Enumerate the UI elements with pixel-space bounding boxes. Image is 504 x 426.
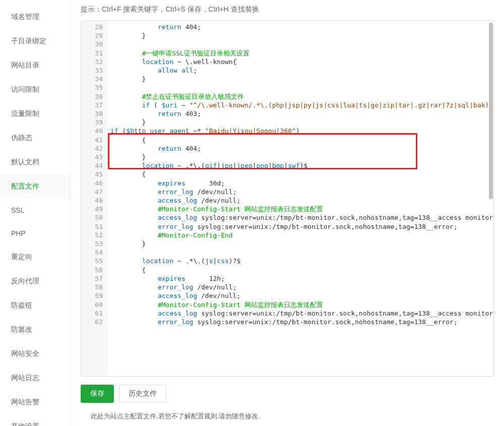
sidebar-item-12[interactable]: 防盗链 [0,293,70,318]
code-line[interactable]: #Monitor-Config-End [110,231,490,239]
code-line[interactable]: } [110,118,490,127]
code-line[interactable] [110,83,490,92]
line-gutter: 2829303132333435363738394041424344454647… [81,21,107,376]
line-number: 47 [81,188,103,196]
sidebar-item-1[interactable]: 子目录绑定 [0,29,70,53]
line-number: 31 [81,49,103,57]
line-number: 32 [81,57,103,66]
code-line[interactable]: return 404; [110,144,490,153]
sidebar-item-13[interactable]: 防篡改 [0,318,70,342]
main-panel: 提示：Ctrl+F 搜索关键字，Ctrl+S 保存，Ctrl+H 查找替换 28… [71,0,504,426]
line-number: 45 [81,170,103,178]
line-number: 30 [81,40,103,48]
line-number: 51 [81,222,103,231]
code-line[interactable]: expires 30d; [110,179,490,188]
code-line[interactable]: access_log syslog:server=unix:/tmp/bt-mo… [110,213,490,222]
code-line[interactable]: { [110,266,490,274]
line-number: 60 [81,300,103,309]
code-line[interactable]: { [110,170,490,178]
line-number: 61 [81,309,103,318]
line-number: 50 [81,213,103,222]
editor[interactable]: 2829303132333435363738394041424344454647… [81,20,494,377]
sidebar-item-15[interactable]: 网站日志 [0,366,70,390]
code-line[interactable]: expires 12h; [110,274,490,283]
code-line[interactable]: access_log /dev/null; [110,291,490,300]
code-line[interactable]: return 404; [110,23,490,31]
sidebar: 域名管理子目录绑定网站目录访问限制流量限制伪静态默认文档配置文件SSLPHP重定… [0,0,71,426]
line-number: 62 [81,318,103,326]
line-number: 39 [81,118,103,127]
sidebar-item-3[interactable]: 访问限制 [0,78,70,102]
editor-scrollbar[interactable] [488,21,493,376]
line-number: 33 [81,66,103,75]
sidebar-item-6[interactable]: 默认文档 [0,150,70,174]
line-number: 59 [81,291,103,300]
code-line[interactable]: #Monitor-Config-Start 网站监控报表日志发送配置 [110,300,490,309]
sidebar-item-5[interactable]: 伪静态 [0,126,70,150]
code-line[interactable]: if ($http_user_agent ~* "Baidu|Yisou|Sog… [110,127,490,135]
line-number: 48 [81,196,103,205]
code-line[interactable]: if ( $uri ~ "^/\.well-known/.*\.(php|jsp… [110,101,490,109]
code-line[interactable]: access_log /dev/null; [110,196,490,205]
sidebar-item-17[interactable]: 其他设置 [0,414,70,426]
line-number: 46 [81,179,103,188]
code-line[interactable]: } [110,31,490,40]
code-line[interactable]: error_log /dev/null; [110,188,490,196]
scrollbar-thumb[interactable] [489,23,493,199]
line-number: 38 [81,109,103,118]
line-number: 58 [81,283,103,291]
line-number: 49 [81,205,103,213]
line-number: 43 [81,153,103,161]
code-line[interactable]: location ~ .*\.(gif|jpg|jpeg|png|bmp|swf… [110,161,490,170]
line-number: 36 [81,92,103,101]
app-container: 域名管理子目录绑定网站目录访问限制流量限制伪静态默认文档配置文件SSLPHP重定… [0,0,504,426]
history-button[interactable]: 历史文件 [119,385,166,403]
sidebar-item-7[interactable]: 配置文件 [0,174,70,199]
line-number: 56 [81,266,103,274]
line-number: 29 [81,31,103,40]
code-line[interactable]: location ~ \.well-known{ [110,57,490,66]
code-line[interactable]: location ~ .*\.(js|css)?$ [110,257,490,265]
sidebar-item-4[interactable]: 流量限制 [0,102,70,126]
bottom-note: 此处为站点主配置文件,若您不了解配置规则,请勿随意修改. [81,412,494,421]
sidebar-item-0[interactable]: 域名管理 [0,5,70,29]
button-row: 保存 历史文件 [81,385,494,403]
code-line[interactable]: #禁止在证书验证目录放入敏感文件 [110,92,490,101]
code-line[interactable]: #Monitor-Config-Start 网站监控报表日志发送配置 [110,205,490,213]
code-line[interactable] [110,248,490,257]
code-line[interactable]: } [110,153,490,161]
code-line[interactable]: #一键申请SSL证书验证目录相关设置 [110,49,490,57]
line-number: 28 [81,23,103,31]
line-number: 57 [81,274,103,283]
save-button[interactable]: 保存 [81,385,114,403]
sidebar-item-14[interactable]: 网站安全 [0,342,70,366]
line-number: 44 [81,161,103,170]
sidebar-item-11[interactable]: 反向代理 [0,269,70,293]
sidebar-item-9[interactable]: PHP [0,222,70,245]
code-line[interactable] [110,40,490,48]
line-number: 42 [81,144,103,153]
line-number: 41 [81,136,103,144]
code-line[interactable]: return 403; [110,109,490,118]
code-line[interactable]: } [110,239,490,248]
line-number: 52 [81,231,103,239]
code-line[interactable]: { [110,136,490,144]
code-area[interactable]: return 404; } #一键申请SSL证书验证目录相关设置 locatio… [107,21,493,376]
editor-tip: 提示：Ctrl+F 搜索关键字，Ctrl+S 保存，Ctrl+H 查找替换 [81,5,494,14]
sidebar-item-8[interactable]: SSL [0,199,70,222]
line-number: 37 [81,101,103,109]
code-line[interactable]: error_log /dev/null; [110,283,490,291]
sidebar-item-16[interactable]: 网站告警 [0,390,70,414]
line-number: 34 [81,75,103,83]
line-number: 53 [81,239,103,248]
code-line[interactable]: } [110,75,490,83]
sidebar-item-2[interactable]: 网站目录 [0,53,70,78]
line-number: 55 [81,257,103,265]
line-number: 40 [81,127,103,135]
code-line[interactable]: allow all; [110,66,490,75]
line-number: 35 [81,83,103,92]
code-line[interactable]: error_log syslog:server=unix:/tmp/bt-mon… [110,318,490,326]
code-line[interactable]: error_log syslog:server=unix:/tmp/bt-mon… [110,222,490,231]
sidebar-item-10[interactable]: 重定向 [0,245,70,269]
code-line[interactable]: access_log syslog:server=unix:/tmp/bt-mo… [110,309,490,318]
